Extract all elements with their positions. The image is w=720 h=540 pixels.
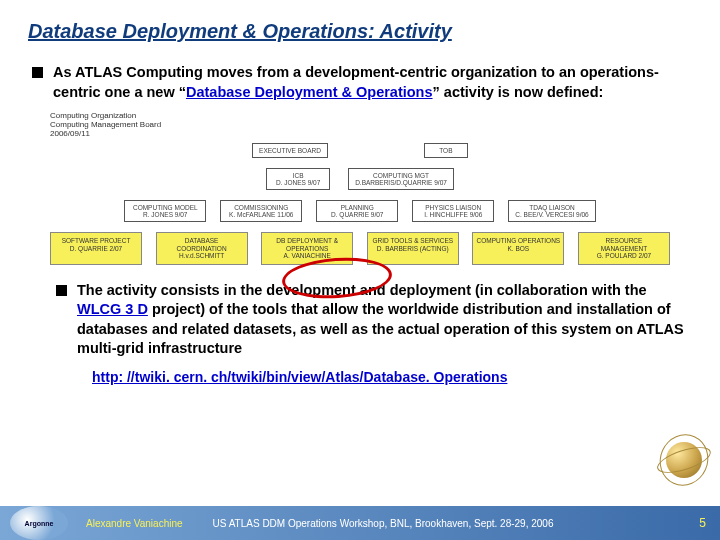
org-row-2: ICB D. JONES 9/07 COMPUTING MGT D.BARBER… (50, 168, 670, 190)
org-r4-4-l2: K. BOS (476, 245, 560, 252)
org-r3-2-l1: PLANNING (323, 204, 391, 211)
org-header-l2: Computing Management Board (50, 121, 670, 130)
org-r4-0: SOFTWARE PROJECTD. QUARRIE 2/07 (50, 232, 142, 264)
org-r3-2: PLANNINGD. QUARRIE 9/07 (316, 200, 398, 222)
org-r4-2-l1: DB DEPLOYMENT & OPERATIONS (265, 237, 349, 252)
org-r4-1: DATABASE COORDINATIONH.v.d.SCHMITT (156, 232, 248, 264)
org-r3-1: COMMISSIONINGK. McFARLANE 11/06 (220, 200, 302, 222)
org-icb-l1: ICB (273, 172, 323, 179)
org-row-4-wrap: SOFTWARE PROJECTD. QUARRIE 2/07 DATABASE… (50, 232, 670, 264)
bullet-1-post: ” activity is now defined: (433, 84, 604, 100)
org-r4-1-l1: DATABASE COORDINATION (160, 237, 244, 252)
org-r3-3-l1: PHYSICS LIAISON (419, 204, 487, 211)
org-icb-l2: D. JONES 9/07 (273, 179, 323, 186)
bullet-1-link[interactable]: Database Deployment & Operations (186, 84, 433, 100)
url-link[interactable]: http: //twiki. cern. ch/twiki/bin/view/A… (92, 369, 688, 385)
org-r3-4: TDAQ LIAISONC. BEE/V. VERCESI 9/06 (508, 200, 595, 222)
bullet-2: The activity consists in the development… (56, 281, 688, 359)
org-r4-1-l2: H.v.d.SCHMITT (160, 252, 244, 259)
org-r3-0-l1: COMPUTING MODEL (131, 204, 199, 211)
org-r4-4-l1: COMPUTING OPERATIONS (476, 237, 560, 244)
org-box-cmgt: COMPUTING MGT D.BARBERIS/D.QUARRIE 9/07 (348, 168, 454, 190)
org-row-3: COMPUTING MODELR. JONES 9/07 COMMISSIONI… (50, 200, 670, 222)
org-r3-2-l2: D. QUARRIE 9/07 (323, 211, 391, 218)
org-r4-3: GRID TOOLS & SERVICESD. BARBERIS (ACTING… (367, 232, 459, 264)
org-chart: Computing Organization Computing Managem… (50, 112, 670, 265)
bullet-icon (56, 285, 67, 296)
org-row-4: SOFTWARE PROJECTD. QUARRIE 2/07 DATABASE… (50, 232, 670, 264)
bullet-2-link[interactable]: WLCG 3 D (77, 301, 148, 317)
slide-content: As ATLAS Computing moves from a developm… (0, 49, 720, 385)
org-r4-5-l2: G. POULARD 2/07 (582, 252, 666, 259)
org-r3-0: COMPUTING MODELR. JONES 9/07 (124, 200, 206, 222)
org-box-exec: EXECUTIVE BOARD (252, 143, 328, 158)
org-r3-3-l2: I. HINCHLIFFE 9/06 (419, 211, 487, 218)
org-cmgt-l2: D.BARBERIS/D.QUARRIE 9/07 (355, 179, 447, 186)
org-r4-3-l2: D. BARBERIS (ACTING) (371, 245, 455, 252)
org-r3-1-l1: COMMISSIONING (227, 204, 295, 211)
org-chart-header: Computing Organization Computing Managem… (50, 112, 670, 138)
org-r4-0-l2: D. QUARRIE 2/07 (54, 245, 138, 252)
org-r3-1-l2: K. McFARLANE 11/06 (227, 211, 295, 218)
footer-author: Alexandre Vaniachine (86, 518, 183, 529)
argonne-logo-icon: Argonne (10, 506, 68, 540)
bullet-2-post: project) of the tools that allow the wor… (77, 301, 684, 356)
org-r4-5-l1: RESOURCE MANAGEMENT (582, 237, 666, 252)
org-box-icb: ICB D. JONES 9/07 (266, 168, 330, 190)
armillary-sphere-icon (654, 420, 714, 500)
bullet-1: As ATLAS Computing moves from a developm… (32, 63, 688, 102)
org-r3-3: PHYSICS LIAISONI. HINCHLIFFE 9/06 (412, 200, 494, 222)
bullet-2-pre: The activity consists in the development… (77, 282, 647, 298)
org-r4-5: RESOURCE MANAGEMENTG. POULARD 2/07 (578, 232, 670, 264)
org-r4-4: COMPUTING OPERATIONSK. BOS (472, 232, 564, 264)
org-header-l3: 2006/09/11 (50, 130, 670, 139)
footer-page-number: 5 (699, 516, 706, 530)
bullet-2-text: The activity consists in the development… (77, 281, 688, 359)
footer-bar: Argonne Alexandre Vaniachine US ATLAS DD… (0, 506, 720, 540)
org-r3-0-l2: R. JONES 9/07 (131, 211, 199, 218)
org-r4-2-l2: A. VANIACHINE (265, 252, 349, 259)
org-r3-4-l2: C. BEE/V. VERCESI 9/06 (515, 211, 588, 218)
org-r4-2: DB DEPLOYMENT & OPERATIONSA. VANIACHINE (261, 232, 353, 264)
bullet-1-text: As ATLAS Computing moves from a developm… (53, 63, 688, 102)
footer-event: US ATLAS DDM Operations Workshop, BNL, B… (213, 518, 700, 529)
org-r4-3-l1: GRID TOOLS & SERVICES (371, 237, 455, 244)
org-cmgt-l1: COMPUTING MGT (355, 172, 447, 179)
bullet-icon (32, 67, 43, 78)
org-r4-0-l1: SOFTWARE PROJECT (54, 237, 138, 244)
org-row-top: EXECUTIVE BOARD TOB (50, 143, 670, 158)
org-r3-4-l1: TDAQ LIAISON (515, 204, 588, 211)
org-box-tob: TOB (424, 143, 468, 158)
slide-title: Database Deployment & Operations: Activi… (0, 0, 720, 49)
